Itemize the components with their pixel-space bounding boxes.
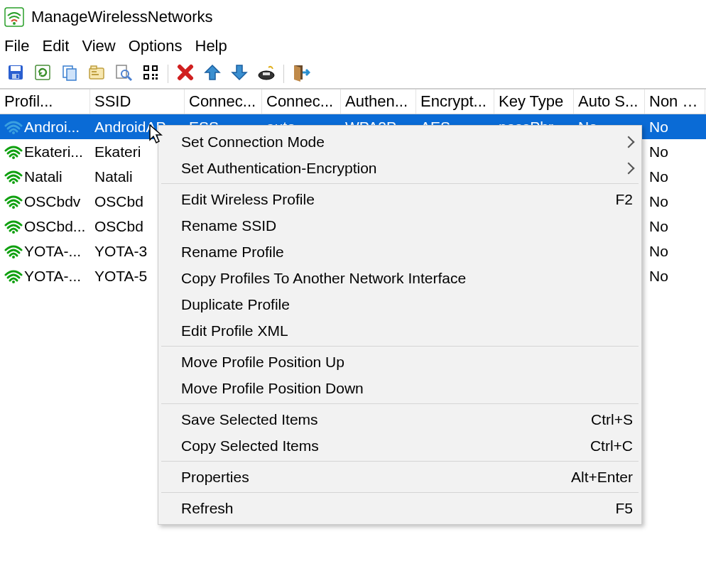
profiles-table: Profil...SSIDConnec...Connec...Authen...… <box>0 89 706 588</box>
context-menu-label: Edit Profile XML <box>181 322 633 339</box>
cell-profile: Ekateri... <box>0 142 90 162</box>
column-header[interactable]: Encrypt... <box>416 89 494 114</box>
move-up-icon <box>203 63 222 85</box>
cell-nonb: No <box>645 192 705 212</box>
exit-icon <box>292 63 310 85</box>
exit-button[interactable] <box>290 62 313 85</box>
move-up-button[interactable] <box>201 62 224 85</box>
cell-text: Natali <box>24 168 63 185</box>
context-menu-item[interactable]: Save Selected ItemsCtrl+S <box>158 406 641 432</box>
column-header[interactable]: Authen... <box>341 89 416 114</box>
context-menu-item[interactable]: Duplicate Profile <box>158 291 641 317</box>
app-icon <box>4 7 24 27</box>
cell-nonb: No <box>645 167 705 187</box>
context-menu-item[interactable]: Set Connection Mode <box>158 129 641 155</box>
copy-button[interactable] <box>58 62 81 85</box>
window-title: ManageWirelessNetworks <box>31 8 213 26</box>
cell-profile: OSCbdv <box>0 192 90 212</box>
context-menu-label: Set Connection Mode <box>181 134 617 151</box>
context-menu-item[interactable]: Move Profile Position Up <box>158 349 641 375</box>
network-icon <box>257 63 276 85</box>
network-button[interactable] <box>255 62 278 85</box>
context-menu-separator <box>161 403 639 404</box>
context-menu-item[interactable]: PropertiesAlt+Enter <box>158 464 641 490</box>
menu-edit[interactable]: Edit <box>40 36 70 57</box>
context-menu-label: Refresh <box>181 500 601 517</box>
column-header[interactable]: Key Type <box>494 89 574 114</box>
context-menu-shortcut: F5 <box>601 500 633 517</box>
svg-point-31 <box>12 181 15 184</box>
cell-profile: Androi... <box>0 117 90 137</box>
cell-text: OSCbd... <box>24 218 85 235</box>
context-menu-item[interactable]: Set Authentication-Encryption <box>158 155 641 181</box>
svg-rect-19 <box>153 67 156 70</box>
column-header[interactable]: Connec... <box>262 89 341 114</box>
menu-options[interactable]: Options <box>127 36 184 57</box>
cell-text: YOTA-... <box>24 243 81 260</box>
svg-rect-27 <box>263 72 270 75</box>
find-button[interactable] <box>112 62 135 85</box>
context-menu-item[interactable]: Edit Wireless ProfileF2 <box>158 186 641 212</box>
context-menu-item[interactable]: Copy Selected ItemsCtrl+C <box>158 432 641 459</box>
wifi-icon <box>4 170 23 184</box>
cell-text: Androi... <box>24 119 80 136</box>
table-rows: Androi...AndroidAPESSautoWPA2P...AESpass… <box>0 114 706 288</box>
context-menu-separator <box>161 346 639 347</box>
context-menu-item[interactable]: Edit Profile XML <box>158 317 641 344</box>
context-menu-separator <box>161 461 639 462</box>
svg-point-29 <box>12 131 15 134</box>
context-menu-label: Duplicate Profile <box>181 296 633 313</box>
svg-rect-10 <box>91 66 97 69</box>
cell-nonb: No <box>645 117 705 137</box>
context-menu-item[interactable]: Move Profile Position Down <box>158 375 641 401</box>
menubar: File Edit View Options Help <box>0 34 706 61</box>
cell-profile: YOTA-... <box>0 241 90 261</box>
save-icon <box>6 63 25 85</box>
cell-nonb: No <box>645 142 705 162</box>
copy-icon <box>60 63 79 85</box>
menu-file[interactable]: File <box>3 36 31 57</box>
cell-nonb: No <box>645 241 705 261</box>
refresh-button[interactable] <box>31 62 54 85</box>
delete-button[interactable] <box>174 62 197 85</box>
svg-point-1 <box>13 22 16 25</box>
toolbar <box>0 61 706 89</box>
context-menu-label: Properties <box>181 469 557 486</box>
context-menu-label: Rename Profile <box>181 244 633 261</box>
column-header[interactable]: Auto S... <box>574 89 645 114</box>
column-header[interactable]: Connec... <box>185 89 262 114</box>
delete-icon <box>176 63 195 85</box>
column-header[interactable]: SSID <box>90 89 185 114</box>
column-header[interactable]: Non B... <box>645 89 705 114</box>
menu-view[interactable]: View <box>80 36 116 57</box>
column-header[interactable]: Profil... <box>0 89 90 114</box>
titlebar: ManageWirelessNetworks <box>0 0 706 34</box>
cell-text: Ekateri... <box>24 143 83 160</box>
save-button[interactable] <box>4 62 27 85</box>
svg-rect-24 <box>152 77 154 80</box>
properties-button[interactable] <box>85 62 108 85</box>
cell-nonb: No <box>645 217 705 236</box>
cell-profile: OSCbd... <box>0 217 90 236</box>
context-menu-item[interactable]: Rename Profile <box>158 239 641 265</box>
svg-rect-25 <box>156 77 158 80</box>
qr-button[interactable] <box>139 62 162 85</box>
wifi-icon <box>4 145 23 159</box>
move-down-button[interactable] <box>228 62 251 85</box>
context-menu-shortcut: Ctrl+C <box>576 437 633 454</box>
cell-nonb: No <box>645 266 705 286</box>
svg-rect-23 <box>156 74 158 76</box>
context-menu-shortcut: Ctrl+S <box>577 411 633 428</box>
context-menu-label: Save Selected Items <box>181 411 577 428</box>
wifi-icon <box>4 120 23 134</box>
svg-point-34 <box>12 256 15 258</box>
svg-rect-11 <box>92 71 97 72</box>
context-menu-item[interactable]: RefreshF5 <box>158 495 641 521</box>
svg-rect-3 <box>11 66 21 71</box>
context-menu-label: Copy Profiles To Another Network Interfa… <box>181 270 633 287</box>
context-menu-shortcut: Alt+Enter <box>557 469 633 486</box>
svg-rect-22 <box>152 74 154 76</box>
context-menu-item[interactable]: Copy Profiles To Another Network Interfa… <box>158 265 641 291</box>
menu-help[interactable]: Help <box>194 36 229 57</box>
context-menu-item[interactable]: Rename SSID <box>158 212 641 239</box>
